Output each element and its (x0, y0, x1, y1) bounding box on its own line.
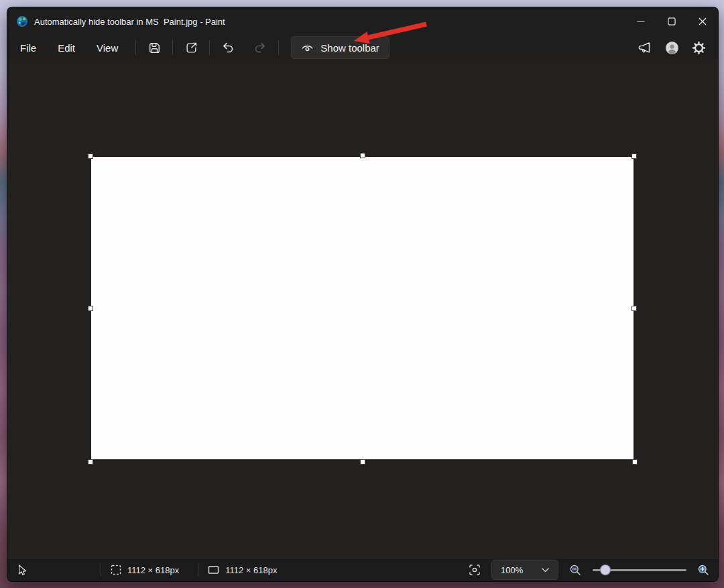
selection-handle-bottom-right[interactable] (632, 459, 638, 465)
paint-palette-icon (16, 15, 28, 27)
menubar-separator (209, 40, 210, 55)
selection-handle-top-left[interactable] (88, 154, 93, 159)
selection-handle-middle-right[interactable] (631, 306, 637, 311)
zoom-slider-thumb[interactable] (600, 565, 611, 575)
account-icon[interactable] (665, 41, 679, 55)
share-button[interactable] (180, 36, 202, 59)
zoom-level-dropdown[interactable]: 100% (491, 560, 558, 580)
image-size-text: 1112 × 618px (225, 565, 277, 575)
menu-view[interactable]: View (89, 39, 125, 57)
statusbar: 1112 × 618px 1112 × 618px 100% (7, 558, 718, 581)
selection-handle-bottom-center[interactable] (360, 459, 365, 465)
selection-size-text: 1112 × 618px (127, 565, 179, 575)
menu-edit[interactable]: Edit (50, 39, 82, 57)
statusbar-left: 1112 × 618px 1112 × 618px (7, 563, 277, 577)
show-toolbar-button[interactable]: Show toolbar (291, 36, 389, 59)
fit-to-screen-button[interactable] (469, 564, 481, 576)
selection-handle-middle-left[interactable] (88, 306, 93, 311)
selection-handle-top-right[interactable] (631, 154, 637, 159)
close-icon (699, 17, 707, 25)
statusbar-right: 100% (469, 560, 718, 580)
window-controls (625, 7, 718, 36)
maximize-icon (668, 17, 676, 25)
minimize-button[interactable] (625, 7, 656, 36)
zoom-out-icon (569, 564, 582, 577)
statusbar-separator (101, 563, 101, 577)
menubar-right (638, 41, 710, 55)
menubar: File Edit View (7, 36, 718, 60)
zoom-level-value: 100% (501, 565, 523, 575)
selection-size-indicator: 1112 × 618px (111, 565, 179, 575)
close-button[interactable] (687, 7, 718, 36)
selection-size-icon (111, 565, 121, 575)
titlebar: Automatically hide toolbar in MS Paint.j… (7, 7, 718, 36)
redo-icon (253, 41, 267, 54)
titlebar-left: Automatically hide toolbar in MS Paint.j… (7, 15, 225, 27)
selection-handle-bottom-left[interactable] (88, 459, 93, 465)
undo-icon (221, 41, 235, 54)
image-size-icon (208, 565, 219, 575)
maximize-button[interactable] (656, 7, 687, 36)
image-size-indicator: 1112 × 618px (208, 565, 277, 575)
chevron-down-icon (542, 568, 549, 573)
statusbar-separator (198, 563, 198, 577)
show-toolbar-label: Show toolbar (320, 42, 379, 54)
zoom-in-button[interactable] (697, 564, 710, 577)
zoom-in-icon (697, 564, 710, 577)
save-icon (148, 42, 161, 54)
paint-window: Automatically hide toolbar in MS Paint.j… (7, 7, 719, 582)
menubar-separator (278, 40, 279, 55)
redo-button[interactable] (249, 36, 272, 59)
menu-file[interactable]: File (13, 39, 44, 57)
workspace (7, 60, 718, 558)
undo-button[interactable] (217, 36, 239, 59)
feedback-megaphone-icon[interactable] (638, 41, 652, 54)
menubar-separator (135, 40, 136, 55)
zoom-out-button[interactable] (569, 564, 582, 577)
window-title: Automatically hide toolbar in MS Paint.j… (34, 17, 225, 27)
minimize-icon (637, 17, 645, 25)
share-icon (185, 42, 198, 54)
cursor-arrow-icon (16, 564, 27, 577)
eye-icon (301, 42, 314, 54)
drawing-canvas[interactable] (91, 157, 634, 459)
selection-handle-top-center[interactable] (360, 153, 365, 158)
fit-to-screen-icon (469, 564, 481, 576)
save-button[interactable] (143, 36, 166, 59)
menubar-separator (172, 40, 173, 55)
zoom-slider[interactable] (593, 565, 686, 575)
settings-gear-icon[interactable] (692, 41, 706, 55)
